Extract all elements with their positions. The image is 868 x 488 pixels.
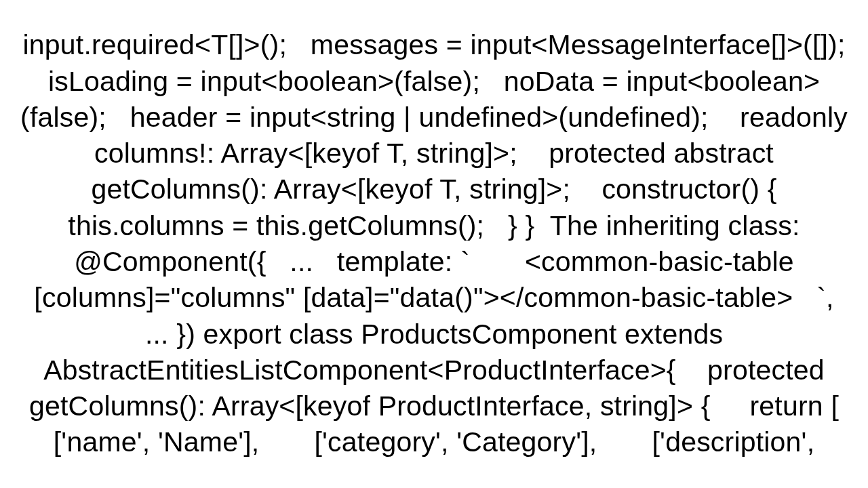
document-content: input.required<T[]>(); messages = input<… [0,0,868,488]
code-snippet-text: input.required<T[]>(); messages = input<… [14,27,854,461]
